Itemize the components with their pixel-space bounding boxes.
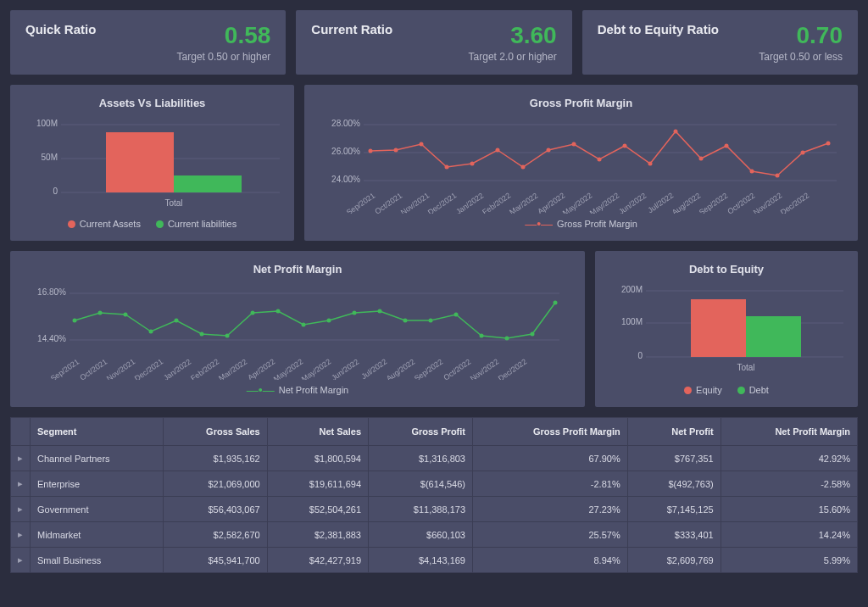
table-cell: $2,582,670 [163,522,267,548]
table-cell: 25.57% [473,522,628,548]
table-cell: $4,143,169 [369,548,473,573]
table-header[interactable]: Gross Profit Margin [473,418,628,446]
table-cell: Midmarket [31,522,164,548]
chart-gross-profit-margin: Gross Profit Margin 28.00% 26.00% 24.00%… [304,85,858,241]
table-cell: Channel Partners [31,446,164,471]
kpi-value: 0.70 [759,22,843,49]
table-cell: 67.90% [473,446,628,471]
svg-text:Dec/2021: Dec/2021 [426,191,458,214]
svg-text:0: 0 [53,187,58,196]
table-cell: 42.92% [721,446,857,471]
svg-text:May/2022: May/2022 [588,191,620,214]
table-header[interactable]: Net Profit Margin [721,418,857,446]
svg-text:Sep/2021: Sep/2021 [345,191,376,214]
assets-bar-svg: 100M 50M 0 Total [25,116,280,214]
table-cell: $(492,763) [627,471,721,497]
svg-point-29 [725,144,729,148]
svg-text:14.40%: 14.40% [37,334,66,343]
svg-point-18 [445,165,449,170]
table-cell: $21,069,000 [163,471,267,497]
chart-title: Gross Profit Margin [320,97,843,109]
npm-line-svg: 16.80% 14.40% Sep/2021Oct/2021Nov/2021De… [25,282,559,380]
kpi-current-ratio: Current Ratio 3.60 Target 2.0 or higher [296,10,571,75]
legend-dot-icon [684,387,692,394]
table-row[interactable]: ▸Small Business$45,941,700$42,427,919$4,… [11,548,858,573]
chart-legend: —•—Net Profit Margin [25,385,570,395]
svg-text:200M: 200M [621,285,643,294]
svg-point-56 [98,311,103,315]
table-cell: $2,381,883 [267,522,368,548]
svg-rect-98 [691,299,746,357]
svg-text:Dec/2021: Dec/2021 [133,357,164,380]
svg-text:100M: 100M [621,317,643,326]
svg-point-16 [394,148,398,153]
table-cell: -2.81% [473,471,628,497]
table-cell: $660,103 [369,522,473,548]
table-cell: $2,609,769 [627,548,721,573]
table-header[interactable]: Gross Sales [163,418,267,446]
svg-text:Aug/2022: Aug/2022 [385,357,416,380]
svg-point-70 [454,313,459,317]
svg-point-31 [776,174,780,178]
table-cell: $56,403,067 [163,497,267,522]
table-header[interactable]: Gross Profit [369,418,473,446]
expand-icon[interactable]: ▸ [11,471,31,497]
chart-title: Assets Vs Liabilities [25,97,279,109]
table-cell: $1,800,594 [267,446,368,471]
kpi-target: Target 2.0 or higher [469,51,557,63]
svg-point-33 [826,142,831,146]
table-header[interactable]: Segment [31,418,164,446]
svg-point-64 [302,323,306,327]
table-row[interactable]: ▸Channel Partners$1,935,162$1,800,594$1,… [11,446,858,471]
svg-text:Nov/2022: Nov/2022 [469,357,500,380]
svg-text:50M: 50M [42,153,58,162]
expand-icon[interactable]: ▸ [11,522,31,548]
table-cell: $1,316,803 [369,446,473,471]
svg-text:May/2022: May/2022 [300,357,332,380]
expand-icon[interactable]: ▸ [11,548,31,573]
svg-point-60 [200,332,204,337]
svg-rect-99 [746,316,801,357]
table-row[interactable]: ▸Enterprise$21,069,000$19,611,694$(614,5… [11,471,858,497]
table-cell: 14.24% [721,522,857,548]
chart-title: Net Profit Margin [25,263,570,276]
table-row[interactable]: ▸Midmarket$2,582,670$2,381,883$660,10325… [11,522,858,548]
svg-point-61 [225,334,230,338]
svg-point-74 [554,301,558,305]
legend-line-icon: —•— [247,387,275,393]
chart-net-profit-margin: Net Profit Margin 16.80% 14.40% Sep/2021… [10,251,585,407]
svg-point-59 [175,319,179,323]
svg-text:Dec/2022: Dec/2022 [497,357,528,380]
svg-text:Mar/2022: Mar/2022 [508,191,539,214]
chart-title: Debt to Equity [610,263,843,276]
table-cell: $52,504,261 [267,497,368,522]
svg-point-24 [598,158,602,162]
svg-point-73 [531,332,535,337]
table-cell: 8.94% [473,548,628,573]
de-bar-svg: 200M 100M 0 Total [610,282,843,380]
expand-icon[interactable]: ▸ [11,446,31,471]
chart-debt-equity: Debt to Equity 200M 100M 0 Total Equity … [595,251,858,407]
svg-text:Sep/2022: Sep/2022 [698,191,729,214]
kpi-value: 3.60 [469,22,557,49]
svg-point-55 [73,319,77,323]
svg-text:Sep/2021: Sep/2021 [49,357,81,380]
svg-text:26.00%: 26.00% [331,147,360,156]
svg-text:Jan/2022: Jan/2022 [162,357,192,380]
svg-point-66 [353,311,357,315]
svg-text:24.00%: 24.00% [331,175,360,184]
svg-point-28 [699,157,704,161]
table-row[interactable]: ▸Government$56,403,067$52,504,261$11,388… [11,497,858,522]
svg-text:28.00%: 28.00% [331,119,360,128]
svg-text:Sep/2022: Sep/2022 [413,357,444,380]
table-header[interactable]: Net Sales [267,418,368,446]
table-header[interactable]: Net Profit [627,418,721,446]
svg-point-26 [648,162,653,166]
svg-point-62 [251,311,255,315]
chart-legend: Equity Debt [610,385,843,395]
svg-text:Jun/2022: Jun/2022 [617,191,648,214]
svg-point-67 [378,309,382,314]
svg-point-63 [276,309,281,314]
expand-icon[interactable]: ▸ [11,497,31,522]
kpi-quick-ratio: Quick Ratio 0.58 Target 0.50 or higher [10,10,286,75]
